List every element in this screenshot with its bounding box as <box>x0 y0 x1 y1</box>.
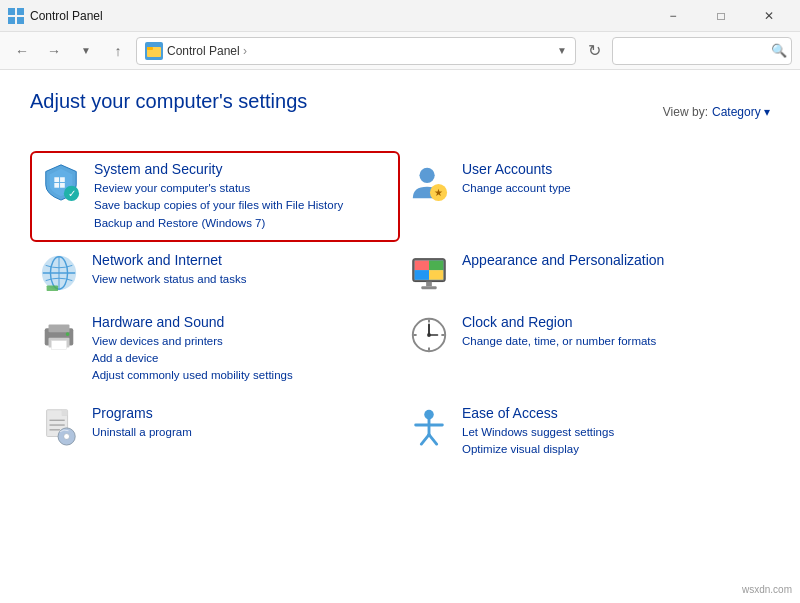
appearance-icon <box>408 252 450 294</box>
address-text: Control Panel › <box>167 44 553 58</box>
search-bar[interactable]: 🔍 <box>612 37 792 65</box>
appearance-content: Appearance and Personalization <box>462 252 762 271</box>
category-hardware-sound[interactable]: Hardware and Sound View devices and prin… <box>30 304 400 395</box>
hardware-sound-content: Hardware and Sound View devices and prin… <box>92 314 392 385</box>
refresh-button[interactable]: ↻ <box>580 37 608 65</box>
svg-rect-29 <box>49 324 70 332</box>
svg-rect-42 <box>62 409 68 415</box>
svg-point-47 <box>64 433 70 439</box>
user-accounts-icon: ★ <box>408 161 450 203</box>
programs-title[interactable]: Programs <box>92 405 392 421</box>
svg-rect-1 <box>17 8 24 15</box>
forward-button[interactable]: → <box>40 37 68 65</box>
user-accounts-link-1[interactable]: Change account type <box>462 180 762 197</box>
svg-text:✓: ✓ <box>68 188 76 199</box>
address-dropdown-arrow[interactable]: ▼ <box>557 45 567 56</box>
user-accounts-title[interactable]: User Accounts <box>462 161 762 177</box>
back-button[interactable]: ← <box>8 37 36 65</box>
clock-region-content: Clock and Region Change date, time, or n… <box>462 314 762 350</box>
svg-rect-26 <box>426 281 432 286</box>
shield-icon: ✓ <box>41 162 81 202</box>
maximize-button[interactable]: □ <box>698 0 744 32</box>
appearance-title[interactable]: Appearance and Personalization <box>462 252 762 268</box>
appearance-monitor-icon <box>409 253 449 293</box>
hardware-sound-link-3[interactable]: Adjust commonly used mobility settings <box>92 367 392 384</box>
svg-point-12 <box>419 168 434 183</box>
svg-line-51 <box>421 434 429 444</box>
programs-icon-svg <box>39 406 79 446</box>
category-clock-region[interactable]: Clock and Region Change date, time, or n… <box>400 304 770 395</box>
svg-rect-24 <box>415 270 429 280</box>
hardware-sound-link-2[interactable]: Add a device <box>92 350 392 367</box>
content-area: Adjust your computer's settings View by:… <box>0 70 800 603</box>
title-bar-controls: − □ ✕ <box>650 0 792 32</box>
watermark: wsxdn.com <box>742 584 792 595</box>
accessibility-icon <box>409 406 449 446</box>
system-security-link-2[interactable]: Save backup copies of your files with Fi… <box>94 197 390 214</box>
view-by-value[interactable]: Category ▾ <box>712 105 770 119</box>
programs-content: Programs Uninstall a program <box>92 405 392 441</box>
title-bar-left: Control Panel <box>8 8 103 24</box>
category-system-security[interactable]: ✓ System and Security Review your comput… <box>30 151 400 242</box>
clock-region-link-1[interactable]: Change date, time, or number formats <box>462 333 762 350</box>
category-user-accounts[interactable]: ★ User Accounts Change account type <box>400 151 770 242</box>
system-security-link-3[interactable]: Backup and Restore (Windows 7) <box>94 215 390 232</box>
svg-rect-27 <box>421 286 436 289</box>
svg-rect-6 <box>54 177 59 182</box>
category-programs[interactable]: Programs Uninstall a program <box>30 395 400 469</box>
system-security-link-1[interactable]: Review your computer's status <box>94 180 390 197</box>
network-internet-link-1[interactable]: View network status and tasks <box>92 271 392 288</box>
ease-access-link-2[interactable]: Optimize visual display <box>462 441 762 458</box>
ease-access-title[interactable]: Ease of Access <box>462 405 762 421</box>
nav-bar: ← → ▼ ↑ Control Panel › ▼ ↻ 🔍 <box>0 32 800 70</box>
minimize-button[interactable]: − <box>650 0 696 32</box>
network-internet-title[interactable]: Network and Internet <box>92 252 392 268</box>
svg-rect-2 <box>8 17 15 24</box>
system-security-content: System and Security Review your computer… <box>94 161 390 232</box>
ease-access-content: Ease of Access Let Windows suggest setti… <box>462 405 762 459</box>
svg-rect-25 <box>429 270 443 280</box>
svg-line-52 <box>429 434 437 444</box>
folder-icon <box>147 44 161 58</box>
svg-rect-0 <box>8 8 15 15</box>
svg-rect-8 <box>54 183 59 188</box>
category-appearance[interactable]: Appearance and Personalization <box>400 242 770 304</box>
network-internet-icon <box>38 252 80 294</box>
title-bar-text: Control Panel <box>30 9 103 23</box>
clock-region-title[interactable]: Clock and Region <box>462 314 762 330</box>
svg-rect-23 <box>429 260 443 270</box>
programs-icon <box>38 405 80 447</box>
hardware-sound-title[interactable]: Hardware and Sound <box>92 314 392 330</box>
system-security-icon: ✓ <box>40 161 82 203</box>
user-accounts-content: User Accounts Change account type <box>462 161 762 197</box>
address-segment: Control Panel <box>167 44 240 58</box>
svg-rect-19 <box>47 285 58 291</box>
address-icon <box>145 42 163 60</box>
network-internet-content: Network and Internet View network status… <box>92 252 392 288</box>
app-icon <box>8 8 24 24</box>
close-button[interactable]: ✕ <box>746 0 792 32</box>
ease-access-link-1[interactable]: Let Windows suggest settings <box>462 424 762 441</box>
svg-rect-9 <box>60 183 65 188</box>
address-bar[interactable]: Control Panel › ▼ <box>136 37 576 65</box>
svg-rect-7 <box>60 177 65 182</box>
svg-rect-5 <box>147 47 153 50</box>
hardware-sound-link-1[interactable]: View devices and printers <box>92 333 392 350</box>
search-input[interactable] <box>621 44 771 58</box>
svg-point-48 <box>424 409 434 419</box>
categories-grid: ✓ System and Security Review your comput… <box>30 151 770 468</box>
up-button[interactable]: ↑ <box>104 37 132 65</box>
hardware-sound-icon <box>38 314 80 356</box>
programs-link-1[interactable]: Uninstall a program <box>92 424 392 441</box>
clock-region-icon <box>408 314 450 356</box>
address-arrow: › <box>243 44 247 58</box>
view-by: View by: Category ▾ <box>663 105 770 119</box>
user-icon: ★ <box>409 162 449 202</box>
svg-rect-3 <box>17 17 24 24</box>
category-ease-access[interactable]: Ease of Access Let Windows suggest setti… <box>400 395 770 469</box>
system-security-title[interactable]: System and Security <box>94 161 390 177</box>
category-network-internet[interactable]: Network and Internet View network status… <box>30 242 400 304</box>
clock-icon <box>409 315 449 355</box>
svg-rect-22 <box>415 260 429 270</box>
dropdown-button[interactable]: ▼ <box>72 37 100 65</box>
